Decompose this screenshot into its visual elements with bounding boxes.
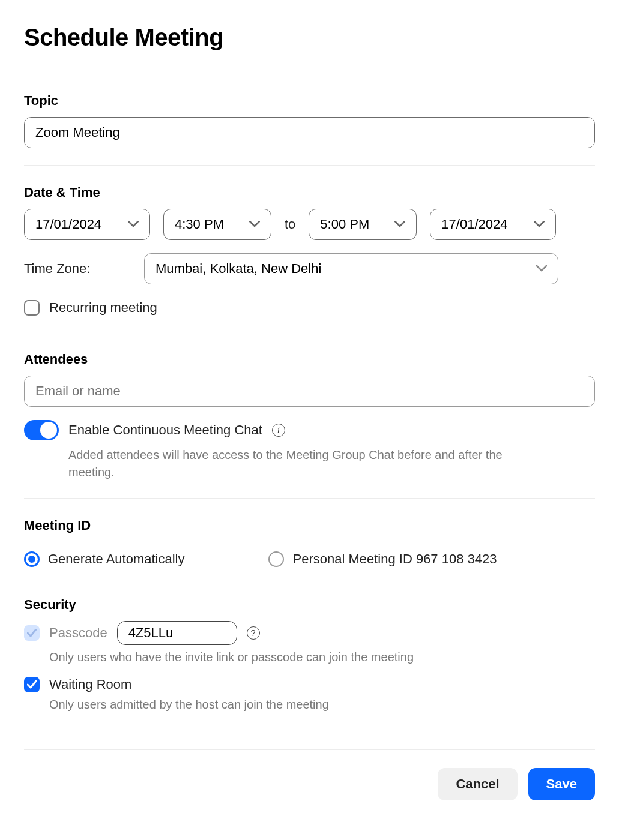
cancel-button[interactable]: Cancel (438, 768, 517, 800)
meeting-id-label: Meeting ID (24, 518, 595, 533)
waiting-room-desc: Only users admitted by the host can join… (49, 696, 530, 713)
datetime-section: Date & Time 17/01/2024 4:30 PM to 5:00 P… (24, 185, 595, 332)
end-time-dropdown[interactable]: 5:00 PM (309, 209, 417, 240)
start-date-dropdown[interactable]: 17/01/2024 (24, 209, 150, 240)
chevron-down-icon (249, 221, 260, 228)
end-date-dropdown[interactable]: 17/01/2024 (430, 209, 556, 240)
attendees-input[interactable] (24, 376, 595, 407)
timezone-dropdown[interactable]: Mumbai, Kolkata, New Delhi (144, 253, 558, 284)
page-title: Schedule Meeting (24, 24, 595, 51)
recurring-checkbox[interactable] (24, 300, 40, 316)
passcode-desc: Only users who have the invite link or p… (49, 649, 530, 666)
attendees-section: Attendees Enable Continuous Meeting Chat… (24, 352, 595, 499)
datetime-label: Date & Time (24, 185, 595, 200)
meeting-id-section: Meeting ID Generate Automatically Person… (24, 518, 595, 578)
save-button[interactable]: Save (528, 768, 595, 800)
generate-auto-label: Generate Automatically (48, 551, 184, 567)
start-time-dropdown[interactable]: 4:30 PM (163, 209, 271, 240)
personal-id-radio[interactable] (268, 551, 284, 567)
chevron-down-icon (394, 221, 405, 228)
continuous-chat-desc: Added attendees will have access to the … (68, 446, 549, 481)
continuous-chat-label: Enable Continuous Meeting Chat (68, 422, 262, 438)
toggle-knob (40, 422, 57, 439)
end-time-value: 5:00 PM (320, 217, 369, 232)
topic-input[interactable] (24, 117, 595, 148)
waiting-room-checkbox[interactable] (24, 677, 40, 692)
passcode-label: Passcode (49, 625, 107, 641)
attendees-label: Attendees (24, 352, 595, 367)
chevron-down-icon (128, 221, 139, 228)
chevron-down-icon (534, 221, 545, 228)
end-date-value: 17/01/2024 (441, 217, 507, 232)
help-icon[interactable]: ? (247, 626, 260, 640)
footer: Cancel Save (24, 749, 595, 800)
waiting-room-label: Waiting Room (49, 677, 131, 692)
info-icon[interactable]: i (272, 424, 285, 437)
security-section: Security Passcode ? Only users who have … (24, 597, 595, 730)
generate-auto-radio[interactable] (24, 551, 40, 567)
passcode-input[interactable] (117, 621, 237, 645)
timezone-label: Time Zone: (24, 261, 108, 277)
passcode-checkbox[interactable] (24, 625, 40, 641)
recurring-label: Recurring meeting (49, 300, 157, 316)
security-label: Security (24, 597, 595, 613)
chevron-down-icon (536, 265, 547, 272)
topic-label: Topic (24, 93, 595, 109)
to-label: to (285, 217, 295, 232)
personal-id-label: Personal Meeting ID 967 108 3423 (292, 551, 497, 567)
timezone-value: Mumbai, Kolkata, New Delhi (156, 261, 321, 277)
topic-section: Topic (24, 93, 595, 166)
start-time-value: 4:30 PM (175, 217, 224, 232)
start-date-value: 17/01/2024 (35, 217, 101, 232)
continuous-chat-toggle[interactable] (24, 420, 59, 440)
